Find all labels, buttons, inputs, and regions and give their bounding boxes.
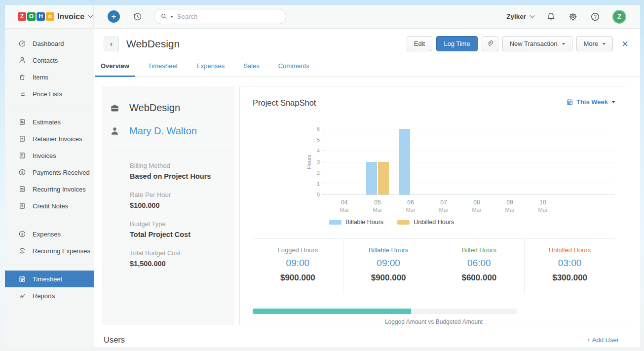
quick-create-button[interactable]: +: [108, 10, 120, 23]
sidebar-item-estimates[interactable]: Estimates: [5, 114, 94, 130]
sidebar-item-retainer-invoices[interactable]: Retainer Invoices: [5, 130, 94, 147]
tab-overview[interactable]: Overview: [95, 62, 135, 77]
dashboard-icon: [18, 39, 26, 47]
field-total-budget-cost: Total Budget Cost $1,500.000: [130, 249, 234, 268]
plot-area: Hours 012345604Mar05Mar06Mar07Mar08Mar09…: [324, 129, 615, 195]
payments-received-icon: $: [18, 168, 26, 176]
y-axis-tick-label: 1: [317, 181, 320, 187]
y-axis-tickmark: [322, 184, 324, 184]
user-avatar[interactable]: Z: [612, 10, 626, 24]
sidebar-item-items[interactable]: Items: [5, 69, 94, 85]
customer-person-icon: [108, 126, 121, 136]
sidebar-item-price-lists[interactable]: Price Lists: [5, 85, 94, 102]
customer-name-link[interactable]: Mary D. Walton: [129, 125, 197, 137]
close-icon[interactable]: ×: [622, 39, 628, 49]
stat-amount: $900.000: [343, 273, 434, 283]
stat-label: Billable Hours: [343, 246, 434, 254]
stat-time: 09:00: [343, 258, 434, 269]
budget-progress: Logged Amount vs Budgeted Amount: [253, 309, 615, 325]
settings-gear-icon[interactable]: [568, 12, 578, 22]
caret-down-icon: [612, 101, 615, 103]
project-snapshot-card: Project SnapShot This Week Hour: [239, 86, 628, 325]
field-label: Total Budget Cost: [130, 249, 234, 257]
back-button[interactable]: ‹: [104, 37, 119, 51]
edit-button[interactable]: Edit: [407, 36, 432, 51]
sidebar-item-reports[interactable]: Reports: [5, 287, 94, 304]
bar-billable-hours: [366, 162, 377, 195]
sidebar-divider: [5, 108, 94, 108]
attachment-button[interactable]: [482, 36, 498, 51]
svg-text:?: ?: [594, 14, 597, 19]
sidebar-item-label: Retainer Invoices: [33, 135, 82, 143]
sidebar-item-label: Payments Received: [33, 169, 90, 176]
sidebar-item-label: Invoices: [33, 152, 56, 159]
tab-comments[interactable]: Comments: [272, 62, 315, 77]
field-label: Budget Type: [130, 220, 234, 228]
y-axis-tick-label: 4: [317, 148, 320, 154]
legend-item[interactable]: Billable Hours: [329, 219, 383, 226]
paperclip-icon: [486, 40, 493, 47]
bar-group: [432, 129, 455, 195]
items-icon: [18, 73, 26, 81]
chart-legend: Billable HoursUnbilled Hours: [329, 219, 615, 226]
history-icon[interactable]: [133, 12, 142, 21]
new-transaction-button[interactable]: New Transaction: [502, 36, 572, 51]
timesheet-icon: [18, 275, 26, 283]
bar-group: [333, 129, 356, 195]
x-axis-tick-label: 04Mar: [340, 199, 349, 213]
sidebar-item-contacts[interactable]: Contacts: [5, 52, 94, 69]
log-time-button[interactable]: Log Time: [436, 36, 477, 51]
search-input[interactable]: [177, 13, 280, 20]
sidebar-item-timesheet[interactable]: Timesheet: [5, 271, 94, 287]
field-value: $100.000: [130, 201, 234, 209]
legend-swatch: [397, 220, 410, 225]
sidebar-item-invoices[interactable]: Invoices: [5, 147, 94, 164]
sidebar-item-payments-received[interactable]: $ Payments Received: [5, 164, 94, 181]
sidebar-item-recurring-expenses[interactable]: $ Recurring Expenses: [5, 242, 94, 259]
more-button[interactable]: More: [576, 36, 613, 51]
users-section: Users + Add User: [94, 325, 640, 347]
field-budget-type: Budget Type Total Project Cost: [130, 220, 234, 238]
org-name: Zylker: [506, 13, 526, 20]
sidebar-item-label: Credit Notes: [33, 202, 68, 210]
notifications-bell-icon[interactable]: [546, 12, 556, 21]
date-range-selector[interactable]: This Week: [566, 98, 615, 106]
field-label: Billing Method: [130, 162, 234, 169]
bar-unbilled-hours: [378, 162, 389, 195]
sidebar-item-label: Reports: [33, 292, 55, 300]
tab-sales[interactable]: Sales: [237, 62, 265, 77]
sidebar-item-label: Estimates: [33, 118, 61, 126]
y-axis-tickmark: [322, 173, 324, 173]
sidebar-item-recurring-invoices[interactable]: Recurring Invoices: [5, 181, 94, 197]
stat-time: 09:00: [253, 258, 343, 269]
tab-expenses[interactable]: Expenses: [190, 62, 230, 77]
sidebar-item-credit-notes[interactable]: $ Credit Notes: [5, 197, 94, 214]
field-value: Based on Project Hours: [130, 172, 234, 180]
zoho-invoice-logo[interactable]: ZOHo Invoice: [5, 5, 94, 28]
logo-tile: o: [46, 12, 54, 21]
search-box[interactable]: [154, 9, 286, 24]
progress-track: [253, 309, 517, 314]
stat-time: 03:00: [525, 258, 615, 269]
sidebar-item-label: Recurring Expenses: [33, 247, 90, 255]
legend-item[interactable]: Unbilled Hours: [397, 219, 454, 226]
stat-time: 06:00: [434, 258, 525, 269]
org-switcher[interactable]: Zylker: [506, 13, 534, 20]
y-axis-title: Hours: [302, 129, 316, 195]
expenses-icon: $: [18, 230, 26, 238]
search-scope-caret-icon[interactable]: [170, 16, 173, 18]
sidebar-item-expenses[interactable]: $ Expenses: [5, 226, 94, 242]
more-label: More: [584, 40, 599, 47]
tab-timesheet[interactable]: Timesheet: [142, 62, 184, 77]
x-axis-tick-label: 07Mar: [439, 199, 449, 213]
svg-text:$: $: [21, 170, 23, 175]
sidebar-item-label: Dashboard: [33, 40, 64, 47]
caret-down-icon: [603, 43, 606, 45]
chevron-down-icon: [530, 13, 535, 18]
sidebar-item-label: Expenses: [33, 231, 61, 238]
caret-down-icon: [562, 43, 565, 45]
help-icon[interactable]: ?: [590, 12, 600, 22]
add-user-link[interactable]: + Add User: [587, 336, 619, 344]
sidebar-item-dashboard[interactable]: Dashboard: [5, 35, 94, 52]
stat-label: Logged Hours: [253, 246, 343, 254]
